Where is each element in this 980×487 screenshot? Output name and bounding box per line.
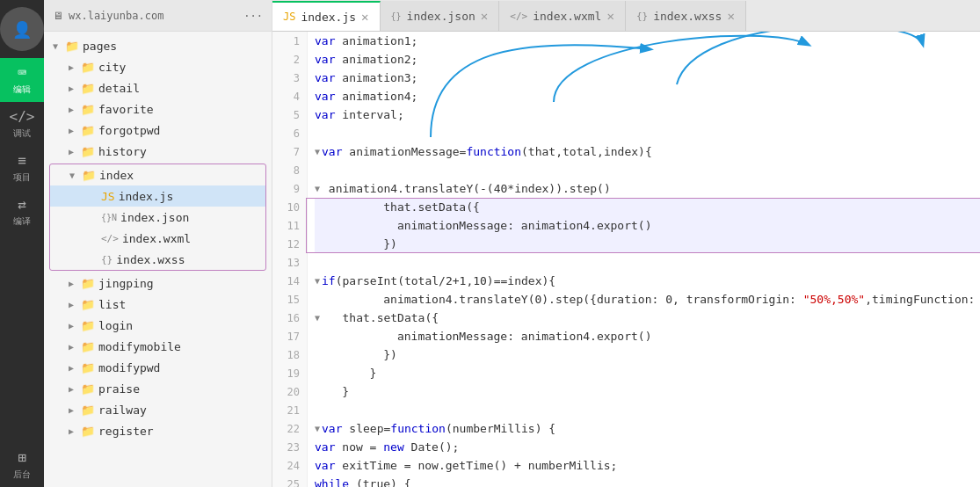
tree-item-index-wxss[interactable]: {} index.wxss bbox=[50, 249, 265, 270]
tree-item-history[interactable]: ▶ 📁 history bbox=[44, 141, 272, 162]
stage-label: 后台 bbox=[13, 469, 31, 481]
line-num: 21 bbox=[272, 401, 307, 419]
tab-index-wxss[interactable]: {} index.wxss ✕ bbox=[626, 1, 746, 31]
line-num: 14 bbox=[272, 272, 307, 290]
pages-label: pages bbox=[83, 40, 117, 53]
list-label: list bbox=[98, 298, 126, 311]
tree-item-login[interactable]: ▶ 📁 login bbox=[44, 315, 272, 336]
tree-item-forgotpwd[interactable]: ▶ 📁 forgotpwd bbox=[44, 120, 272, 141]
tree-item-jingping[interactable]: ▶ 📁 jingping bbox=[44, 273, 272, 294]
line-num: 8 bbox=[272, 161, 307, 179]
modifymobile-label: modifymobile bbox=[98, 340, 181, 353]
file-tree-header: 🖥 wx.laiyunba.com ··· bbox=[44, 0, 272, 32]
folder-icon: 📁 bbox=[82, 169, 96, 182]
index-wxss-label: index.wxss bbox=[116, 253, 185, 266]
tool-sidebar: 👤 ⌨ 编辑 </> 调试 ≡ 项目 ⇄ 编译 ⊞ 后台 bbox=[0, 0, 44, 487]
line-num: 13 bbox=[272, 253, 307, 272]
code-line: that.setData({ bbox=[315, 198, 980, 216]
code-line bbox=[315, 253, 980, 272]
line-num: 25 bbox=[272, 475, 307, 487]
folder-icon: 📁 bbox=[81, 340, 95, 353]
editor-area: JS index.js ✕ {} index.json ✕ </> index.… bbox=[272, 0, 980, 487]
tree-item-modifymobile[interactable]: ▶ 📁 modifymobile bbox=[44, 336, 272, 357]
code-line: ▼ var animationMessage=function(that,tot… bbox=[315, 142, 980, 161]
code-line: }) bbox=[315, 235, 980, 253]
tree-item-register[interactable]: ▶ 📁 register bbox=[44, 420, 272, 441]
line-numbers: 1 2 3 4 5 6 7 8 9 10 11 12 13 14 15 16 1… bbox=[272, 32, 308, 487]
line-num: 1 bbox=[272, 32, 307, 50]
tree-item-praise[interactable]: ▶ 📁 praise bbox=[44, 378, 272, 399]
tab-index-wxml[interactable]: </> index.wxml ✕ bbox=[499, 1, 626, 31]
folder-icon: 📁 bbox=[81, 103, 95, 116]
code-lines[interactable]: var animation1; var animation2; var anim… bbox=[308, 32, 980, 487]
praise-label: praise bbox=[98, 382, 140, 396]
folder-icon: 📁 bbox=[81, 82, 95, 95]
file-tree-more[interactable]: ··· bbox=[243, 10, 263, 22]
folder-icon: 📁 bbox=[81, 403, 95, 417]
line-num: 22 bbox=[272, 419, 307, 438]
editor-content[interactable]: 1 2 3 4 5 6 7 8 9 10 11 12 13 14 15 16 1… bbox=[272, 32, 980, 487]
tree-item-pages[interactable]: ▼ 📁 pages bbox=[44, 35, 272, 56]
tab-index-js[interactable]: JS index.js ✕ bbox=[272, 1, 381, 31]
debug-icon: </> bbox=[10, 108, 35, 125]
project-icon: ≡ bbox=[18, 152, 26, 169]
line-num: 10 bbox=[272, 198, 307, 216]
arrow-detail: ▶ bbox=[69, 84, 81, 93]
code-line: } bbox=[315, 364, 980, 382]
tool-debug[interactable]: </> 调试 bbox=[0, 102, 44, 146]
file-tree-body: ▼ 📁 pages ▶ 📁 city ▶ 📁 detail ▶ 📁 favori… bbox=[44, 32, 272, 487]
line-num: 17 bbox=[272, 327, 307, 345]
tool-compile[interactable]: ⇄ 编译 bbox=[0, 190, 44, 234]
line-num: 18 bbox=[272, 345, 307, 364]
tool-stage[interactable]: ⊞ 后台 bbox=[0, 443, 44, 487]
code-line bbox=[315, 401, 980, 419]
tree-item-city[interactable]: ▶ 📁 city bbox=[44, 56, 272, 77]
tab-wxml-icon: </> bbox=[510, 11, 527, 22]
code-line: var animation3; bbox=[315, 69, 980, 87]
line-num: 12 bbox=[272, 235, 307, 253]
index-wxml-label: index.wxml bbox=[122, 232, 191, 245]
tab-bar: JS index.js ✕ {} index.json ✕ </> index.… bbox=[272, 0, 980, 32]
tree-item-index[interactable]: ▼ 📁 index bbox=[50, 164, 265, 185]
line-num: 20 bbox=[272, 382, 307, 401]
tab-wxss-close[interactable]: ✕ bbox=[727, 9, 734, 23]
tab-wxml-close[interactable]: ✕ bbox=[606, 9, 613, 23]
forgotpwd-label: forgotpwd bbox=[98, 124, 160, 137]
tree-item-index-js[interactable]: JS index.js bbox=[50, 185, 265, 207]
arrow-history: ▶ bbox=[69, 147, 81, 156]
code-line: animationMessage: animation4.export() bbox=[315, 216, 980, 235]
tree-item-index-wxml[interactable]: </> index.wxml bbox=[50, 228, 265, 249]
tab-index-json[interactable]: {} index.json ✕ bbox=[381, 1, 500, 31]
project-label: 项目 bbox=[13, 171, 31, 184]
edit-label: 编辑 bbox=[13, 84, 31, 96]
line-num: 3 bbox=[272, 69, 307, 87]
arrow-pages: ▼ bbox=[53, 41, 65, 51]
line-num: 2 bbox=[272, 50, 307, 69]
folder-icon: 📁 bbox=[81, 382, 95, 396]
tab-json-label: index.json bbox=[407, 10, 475, 23]
tab-json-icon: {} bbox=[391, 11, 402, 21]
code-line bbox=[315, 124, 980, 142]
tab-js-close[interactable]: ✕ bbox=[361, 10, 368, 24]
compile-label: 编译 bbox=[13, 215, 31, 228]
index-json-label: index.json bbox=[120, 211, 189, 224]
tab-wxss-label: index.wxss bbox=[653, 10, 722, 23]
tree-item-index-json[interactable]: {}N index.json bbox=[50, 207, 265, 228]
tab-json-close[interactable]: ✕ bbox=[481, 9, 488, 23]
arrow-praise: ▶ bbox=[69, 384, 81, 394]
arrow-favorite: ▶ bbox=[69, 105, 81, 114]
file-tree-panel: 🖥 wx.laiyunba.com ··· ▼ 📁 pages ▶ 📁 city… bbox=[44, 0, 272, 487]
tree-item-modifypwd[interactable]: ▶ 📁 modifypwd bbox=[44, 357, 272, 378]
index-js-label: index.js bbox=[119, 190, 174, 203]
tree-item-detail[interactable]: ▶ 📁 detail bbox=[44, 77, 272, 98]
tree-item-list[interactable]: ▶ 📁 list bbox=[44, 294, 272, 315]
arrow-index: ▼ bbox=[69, 171, 82, 180]
code-line: var animation4; bbox=[315, 87, 980, 105]
tool-project[interactable]: ≡ 项目 bbox=[0, 146, 44, 190]
tree-item-favorite[interactable]: ▶ 📁 favorite bbox=[44, 98, 272, 120]
tree-item-railway[interactable]: ▶ 📁 railway bbox=[44, 399, 272, 420]
line-num: 15 bbox=[272, 290, 307, 309]
code-line: } bbox=[315, 382, 980, 401]
tool-edit[interactable]: ⌨ 编辑 bbox=[0, 58, 44, 102]
code-line: var exitTime = now.getTime() + numberMil… bbox=[315, 456, 980, 475]
